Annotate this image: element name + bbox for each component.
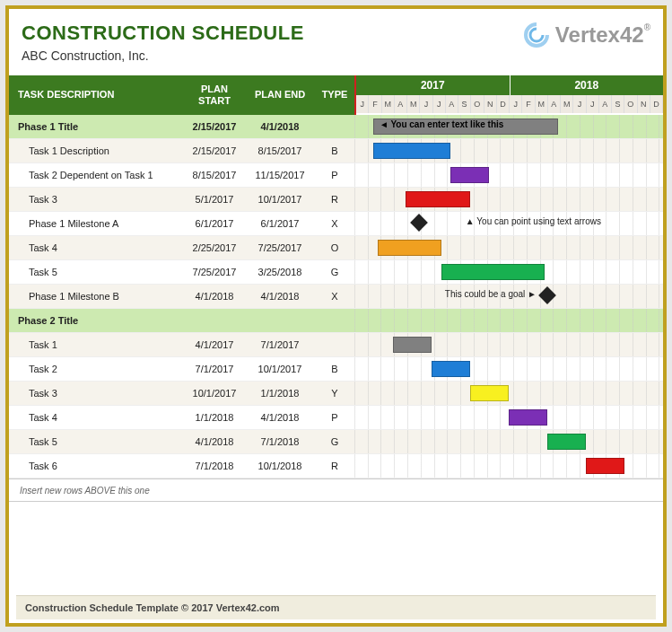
month-label[interactable]: M [407,95,420,113]
year-2018[interactable]: 2018 [510,75,664,95]
month-label[interactable]: A [548,95,561,113]
month-label[interactable]: N [638,95,650,113]
cell-end[interactable]: 10/1/2017 [245,194,315,205]
cell-end[interactable]: 6/1/2017 [245,218,315,229]
cell-end[interactable]: 4/1/2018 [245,291,315,302]
cell-end[interactable]: 11/15/2017 [245,170,315,180]
cell-start[interactable]: 10/1/2017 [184,388,245,399]
month-label[interactable]: A [446,95,458,113]
cell-task[interactable]: Task 3 [9,388,184,399]
cell-start[interactable]: 1/1/2018 [184,412,245,423]
cell-start[interactable]: 2/15/2017 [184,121,245,132]
cell-task[interactable]: Task 5 [9,267,184,277]
task-row[interactable]: Phase 1 Milestone B4/1/20184/1/2018XThis… [9,285,663,309]
cell-type[interactable]: P [315,412,354,423]
task-row[interactable]: Task 57/25/20173/25/2018G [9,260,663,285]
month-label[interactable]: D [650,95,663,113]
task-row[interactable]: Task 67/1/201810/1/2018R [9,454,663,478]
cell-task[interactable]: Task 4 [9,242,184,253]
cell-type[interactable]: O [315,242,354,253]
month-label[interactable]: J [573,95,586,113]
month-label[interactable]: A [599,95,612,113]
month-label[interactable]: F [369,95,381,113]
task-row[interactable]: Task 35/1/201710/1/2017R [9,188,663,212]
cell-end[interactable]: 10/1/2018 [245,461,315,471]
cell-type[interactable]: P [315,170,354,180]
task-row[interactable]: Task 42/25/20177/25/2017O [9,236,663,260]
task-row[interactable]: Task 41/1/20184/1/2018P [9,406,663,430]
cell-type[interactable]: B [315,364,354,374]
cell-start[interactable]: 7/1/2018 [184,461,245,471]
cell-start[interactable]: 4/1/2017 [184,339,245,350]
cell-task[interactable]: Task 4 [9,412,184,423]
cell-type[interactable]: G [315,436,354,447]
cell-type[interactable]: R [315,194,354,205]
cell-start[interactable]: 4/1/2018 [184,291,245,302]
phase-row[interactable]: Phase 2 Title [9,309,663,333]
cell-task[interactable]: Phase 2 Title [9,315,184,326]
month-label[interactable]: N [484,95,497,113]
month-label[interactable]: J [510,95,522,113]
month-label[interactable]: O [624,95,637,113]
month-label[interactable]: S [612,95,624,113]
cell-task[interactable]: Task 6 [9,461,184,471]
month-label[interactable]: S [458,95,471,113]
cell-end[interactable]: 7/1/2017 [245,339,315,350]
month-label[interactable]: A [395,95,407,113]
cell-task[interactable]: Task 3 [9,194,184,205]
cell-type[interactable]: Y [315,388,354,399]
cell-type[interactable]: G [315,267,354,277]
task-row[interactable]: Task 1 Description2/15/20178/15/2017B [9,139,663,163]
cell-start[interactable]: 2/25/2017 [184,242,245,253]
month-label[interactable]: J [420,95,432,113]
month-label[interactable]: M [536,95,548,113]
cell-task[interactable]: Task 5 [9,436,184,447]
month-label[interactable]: J [433,95,446,113]
cell-end[interactable]: 7/1/2018 [245,436,315,447]
month-label[interactable]: M [382,95,395,113]
cell-start[interactable]: 7/1/2017 [184,364,245,374]
task-row[interactable]: Task 14/1/20177/1/2017 [9,333,663,357]
year-2017[interactable]: 2017 [356,75,510,95]
cell-task[interactable]: Task 2 [9,364,184,374]
cell-task[interactable]: Phase 1 Milestone B [9,291,184,302]
month-label[interactable]: D [497,95,510,113]
task-row[interactable]: Task 54/1/20187/1/2018G [9,430,663,454]
cell-task[interactable]: Task 1 [9,339,184,350]
insert-instruction-row[interactable]: Insert new rows ABOVE this one [9,478,663,502]
cell-end[interactable]: 7/25/2017 [245,242,315,253]
cell-start[interactable]: 7/25/2017 [184,267,245,277]
cell-end[interactable]: 8/15/2017 [245,145,315,156]
cell-task[interactable]: Phase 1 Milestone A [9,218,184,229]
col-header-start[interactable]: PLAN START [184,83,245,107]
col-header-end[interactable]: PLAN END [245,89,315,101]
month-label[interactable]: O [471,95,484,113]
phase-row[interactable]: Phase 1 Title2/15/20174/1/2018◄ You can … [9,115,663,139]
task-row[interactable]: Phase 1 Milestone A6/1/20176/1/2017X▲ Yo… [9,212,663,236]
cell-end[interactable]: 10/1/2017 [245,364,315,374]
cell-start[interactable]: 2/15/2017 [184,145,245,156]
cell-type[interactable]: B [315,145,354,156]
task-row[interactable]: Task 2 Dependent on Task 18/15/201711/15… [9,163,663,188]
cell-task[interactable]: Task 1 Description [9,145,184,156]
cell-type[interactable]: X [315,291,354,302]
cell-start[interactable]: 8/15/2017 [184,170,245,180]
cell-start[interactable]: 6/1/2017 [184,218,245,229]
cell-end[interactable]: 4/1/2018 [245,121,315,132]
cell-task[interactable]: Phase 1 Title [9,121,184,132]
task-row[interactable]: Task 27/1/201710/1/2017B [9,357,663,382]
cell-end[interactable]: 4/1/2018 [245,412,315,423]
month-label[interactable]: M [561,95,573,113]
cell-task[interactable]: Task 2 Dependent on Task 1 [9,170,184,180]
col-header-type[interactable]: TYPE [315,89,354,101]
cell-type[interactable]: X [315,218,354,229]
cell-end[interactable]: 3/25/2018 [245,267,315,277]
month-label[interactable]: F [522,95,535,113]
task-row[interactable]: Task 310/1/20171/1/2018Y [9,382,663,406]
month-label[interactable]: J [356,95,369,113]
col-header-task[interactable]: TASK DESCRIPTION [9,89,184,101]
month-label[interactable]: J [587,95,599,113]
cell-end[interactable]: 1/1/2018 [245,388,315,399]
cell-type[interactable]: R [315,461,354,471]
cell-start[interactable]: 5/1/2017 [184,194,245,205]
